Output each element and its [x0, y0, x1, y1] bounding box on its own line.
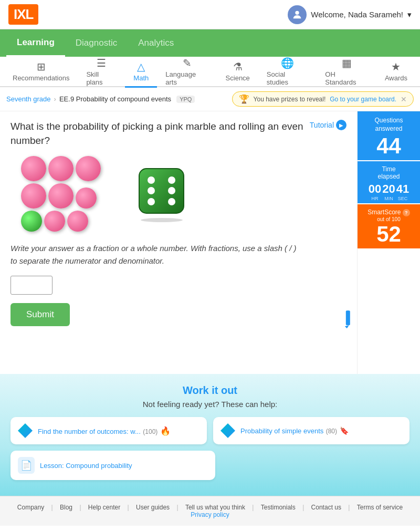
smart-score-value: 52	[360, 222, 418, 246]
subnav-socialstudies[interactable]: 🌐 Social studies	[258, 53, 317, 92]
subnav-awards[interactable]: ★ Awards	[376, 56, 416, 88]
dice-area	[136, 166, 186, 222]
breadcrumb-grade[interactable]: Seventh grade	[6, 95, 51, 103]
hours-value: 00	[369, 182, 381, 196]
nav-item-learning[interactable]: Learning	[6, 30, 65, 57]
tutorial-button[interactable]: Tutorial ▶	[310, 120, 346, 130]
svg-point-6	[148, 198, 155, 205]
ohstandards-icon: ▦	[342, 57, 352, 69]
header: IXL Welcome, Nada Sarameh! ▾	[0, 0, 420, 29]
help-card-text-1: Probability of simple events (80) 🔖	[240, 426, 349, 435]
close-prize-icon[interactable]: ✕	[401, 95, 407, 103]
help-card-1[interactable]: Probability of simple events (80) 🔖	[213, 417, 410, 444]
marble-pink	[48, 183, 74, 209]
breadcrumb-skill: EE.9 Probability of compound events	[59, 95, 171, 103]
svg-point-3	[168, 176, 175, 184]
submit-button[interactable]: Submit	[10, 303, 70, 326]
illustration	[21, 156, 346, 232]
fire-icon-0: 🔥	[160, 426, 171, 435]
marble-pink	[76, 156, 101, 181]
footer-company[interactable]: Company	[13, 504, 48, 511]
help-cards: Find the number of outcomes: w... (100) …	[10, 417, 410, 444]
footer-feedback[interactable]: Tell us what you think	[181, 504, 249, 511]
smart-score-box: SmartScore ? out of 100 52	[358, 204, 420, 248]
marble-pink	[44, 211, 65, 232]
svg-point-7	[168, 198, 175, 205]
prize-text: You have prizes to reveal!	[254, 96, 326, 103]
svg-point-2	[148, 176, 155, 184]
marbles-container	[21, 156, 116, 232]
minutes-unit: 20 MIN	[382, 182, 395, 201]
diamond-icon-0	[18, 423, 33, 438]
right-panel: Questionsanswered 44 Timeelapsed 00 HR 2…	[357, 111, 420, 374]
subnav-science[interactable]: ⚗ Science	[217, 56, 258, 88]
recommendations-icon: ⊞	[37, 60, 46, 73]
pencil-icon	[335, 307, 361, 335]
dice-svg	[136, 166, 186, 216]
marble-pink	[48, 156, 74, 181]
dropdown-icon[interactable]: ▾	[407, 10, 412, 19]
questions-answered-box: Questionsanswered 44	[358, 111, 420, 160]
subnav-languagearts[interactable]: ✎ Language arts	[157, 53, 217, 92]
footer-help[interactable]: Help center	[84, 504, 124, 511]
time-display: 00 HR 20 MIN 41 SEC	[360, 182, 418, 201]
answer-hint: Write your answer as a fraction or a who…	[10, 242, 304, 267]
svg-rect-1	[139, 169, 184, 213]
user-info[interactable]: Welcome, Nada Sarameh! ▾	[288, 5, 412, 24]
diamond-icon-1	[220, 423, 235, 438]
svg-point-5	[168, 187, 175, 194]
socialstudies-icon: 🌐	[281, 57, 294, 69]
question-area: Tutorial ▶ What is the probability of pi…	[0, 111, 357, 374]
subnav-skillplans[interactable]: ☰ Skill plans	[78, 53, 125, 92]
play-icon: ▶	[336, 120, 346, 130]
subnav-recommendations[interactable]: ⊞ Recommendations	[4, 56, 78, 88]
trophy-icon: 🏆	[239, 94, 249, 104]
footer-blog[interactable]: Blog	[56, 504, 77, 511]
hours-unit: 00 HR	[369, 182, 381, 201]
bookmark-icon-1: 🔖	[340, 426, 349, 435]
time-elapsed-box: Timeelapsed 00 HR 20 MIN 41 SEC	[358, 161, 420, 203]
time-elapsed-label: Timeelapsed	[360, 165, 418, 180]
marble-pink	[21, 183, 46, 209]
footer-userguides[interactable]: User guides	[132, 504, 174, 511]
footer-tos[interactable]: Terms of service	[353, 504, 407, 511]
seconds-unit: 41 SEC	[396, 182, 409, 201]
minutes-value: 20	[382, 182, 395, 196]
questions-answered-label: Questionsanswered	[360, 117, 418, 133]
footer: Company | Blog | Help center | User guid…	[0, 496, 420, 526]
awards-icon: ★	[391, 60, 401, 73]
svg-point-4	[148, 187, 155, 194]
answer-input[interactable]	[10, 276, 52, 295]
sec-label: SEC	[396, 196, 409, 201]
sub-nav: ⊞ Recommendations ☰ Skill plans △ Math ✎…	[0, 57, 420, 87]
subnav-ohstandards[interactable]: ▦ OH Standards	[317, 53, 376, 92]
subnav-math[interactable]: △ Math	[125, 56, 157, 88]
work-it-out-title: Work it out	[10, 384, 410, 397]
question-text: What is the probability of picking a pin…	[10, 120, 315, 148]
languagearts-icon: ✎	[183, 57, 192, 69]
lesson-card[interactable]: 📄 Lesson: Compound probability	[10, 451, 215, 480]
info-icon[interactable]: ?	[403, 209, 410, 216]
hr-label: HR	[369, 196, 381, 201]
footer-testimonials[interactable]: Testimonials	[257, 504, 300, 511]
svg-marker-9	[345, 325, 349, 328]
work-it-out: Work it out Not feeling ready yet? These…	[0, 374, 420, 496]
min-label: MIN	[382, 196, 395, 201]
footer-privacy[interactable]: Privacy policy	[191, 511, 229, 518]
tutorial-label: Tutorial	[310, 121, 334, 129]
help-card-text-0: Find the number of outcomes: w... (100) …	[38, 426, 171, 436]
skill-badge: YPQ	[176, 96, 195, 103]
footer-contact[interactable]: Contact us	[307, 504, 345, 511]
svg-rect-8	[346, 310, 350, 325]
lesson-text: Lesson: Compound probability	[40, 462, 132, 470]
seconds-value: 41	[396, 182, 409, 196]
help-card-0[interactable]: Find the number of outcomes: w... (100) …	[10, 417, 207, 444]
marble-pink	[67, 211, 88, 232]
prize-link[interactable]: Go to your game board.	[330, 96, 396, 103]
work-it-out-subtitle: Not feeling ready yet? These can help:	[10, 400, 410, 409]
svg-point-0	[296, 11, 299, 14]
logo[interactable]: IXL	[8, 4, 38, 25]
main-layout: Tutorial ▶ What is the probability of pi…	[0, 111, 420, 374]
marble-pink	[21, 156, 46, 181]
skillplans-icon: ☰	[97, 57, 106, 69]
